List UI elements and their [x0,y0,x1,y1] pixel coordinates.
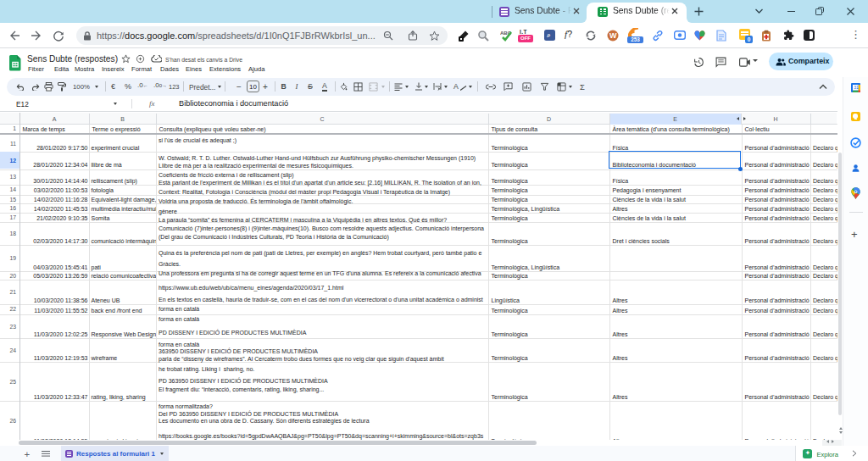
svg-text:31: 31 [854,85,859,90]
svg-text:W: W [609,31,617,40]
